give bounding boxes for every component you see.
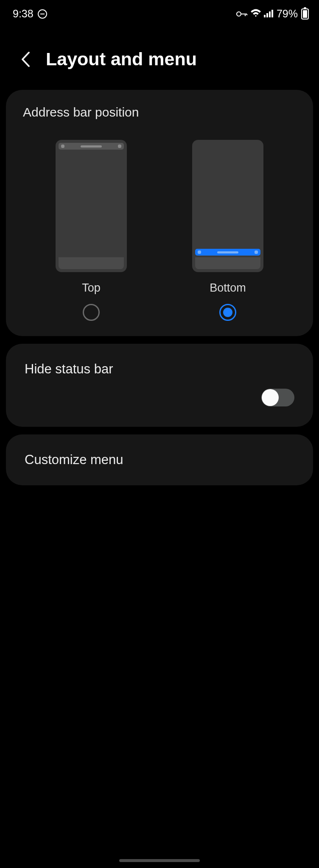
status-time: 9:38 (13, 8, 34, 20)
hide-status-bar-toggle[interactable] (261, 389, 294, 406)
vpn-key-icon (236, 8, 248, 20)
address-bar-position-card: Address bar position Top (6, 90, 313, 336)
svg-rect-1 (264, 15, 266, 17)
hide-status-bar-card: Hide status bar (6, 344, 313, 427)
page-header: Layout and menu (0, 23, 319, 82)
customize-menu-card[interactable]: Customize menu (6, 434, 313, 485)
customize-menu-label: Customize menu (6, 434, 313, 485)
address-bar-option-top[interactable]: Top (56, 140, 127, 321)
hide-status-bar-label: Hide status bar (25, 362, 294, 377)
option-label-top: Top (82, 281, 101, 295)
signal-icon (264, 8, 274, 20)
radio-top[interactable] (83, 304, 100, 321)
status-bar: 9:38 79% (0, 0, 319, 23)
chevron-left-icon (20, 51, 31, 68)
toggle-knob (262, 389, 279, 406)
svg-point-0 (237, 12, 241, 16)
dnd-icon (38, 9, 47, 19)
home-indicator[interactable] (119, 859, 200, 862)
radio-bottom[interactable] (219, 304, 236, 321)
phone-mock-bottom (192, 140, 263, 272)
back-button[interactable] (17, 51, 34, 68)
svg-rect-3 (269, 11, 271, 17)
phone-mock-top (56, 140, 127, 272)
battery-icon (301, 8, 309, 19)
page-title: Layout and menu (46, 49, 197, 70)
address-bar-option-bottom[interactable]: Bottom (192, 140, 263, 321)
svg-rect-4 (271, 10, 273, 17)
section-title-address-bar: Address bar position (23, 105, 296, 120)
battery-pct: 79% (277, 8, 298, 20)
wifi-icon (250, 8, 261, 20)
svg-rect-2 (266, 13, 268, 17)
option-label-bottom: Bottom (210, 281, 246, 295)
